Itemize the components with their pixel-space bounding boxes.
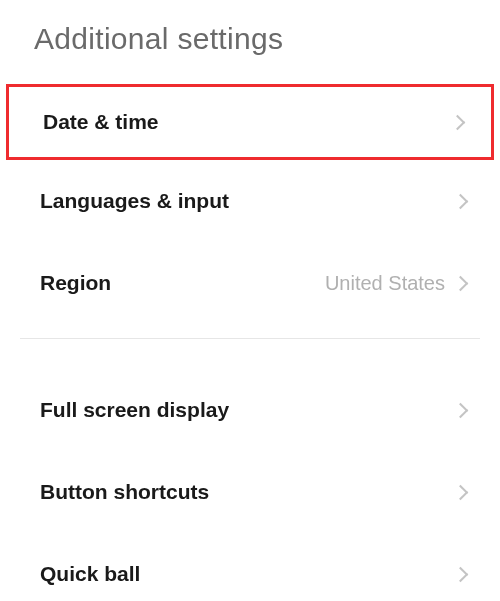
chevron-right-icon	[453, 402, 469, 418]
settings-list-group-1: Date & time Languages & input Region Uni…	[0, 84, 500, 324]
item-value: United States	[325, 272, 445, 295]
chevron-right-icon	[453, 566, 469, 582]
chevron-right-icon	[450, 114, 466, 130]
item-label: Quick ball	[40, 562, 140, 586]
divider	[20, 338, 480, 339]
item-right	[455, 487, 470, 498]
item-label: Date & time	[43, 110, 159, 134]
item-label: Full screen display	[40, 398, 229, 422]
item-label: Languages & input	[40, 189, 229, 213]
item-right: United States	[325, 272, 470, 295]
item-right	[455, 405, 470, 416]
settings-list-group-2: Full screen display Button shortcuts Qui…	[0, 369, 500, 601]
settings-item-button-shortcuts[interactable]: Button shortcuts	[0, 451, 500, 533]
chevron-right-icon	[453, 275, 469, 291]
chevron-right-icon	[453, 484, 469, 500]
settings-item-quick-ball[interactable]: Quick ball	[0, 533, 500, 601]
settings-item-date-time[interactable]: Date & time	[6, 84, 494, 160]
item-label: Region	[40, 271, 111, 295]
page-title: Additional settings	[0, 0, 500, 84]
settings-item-languages-input[interactable]: Languages & input	[0, 160, 500, 242]
chevron-right-icon	[453, 193, 469, 209]
settings-item-region[interactable]: Region United States	[0, 242, 500, 324]
item-right	[452, 117, 467, 128]
item-right	[455, 569, 470, 580]
item-right	[455, 196, 470, 207]
item-label: Button shortcuts	[40, 480, 209, 504]
settings-item-full-screen-display[interactable]: Full screen display	[0, 369, 500, 451]
